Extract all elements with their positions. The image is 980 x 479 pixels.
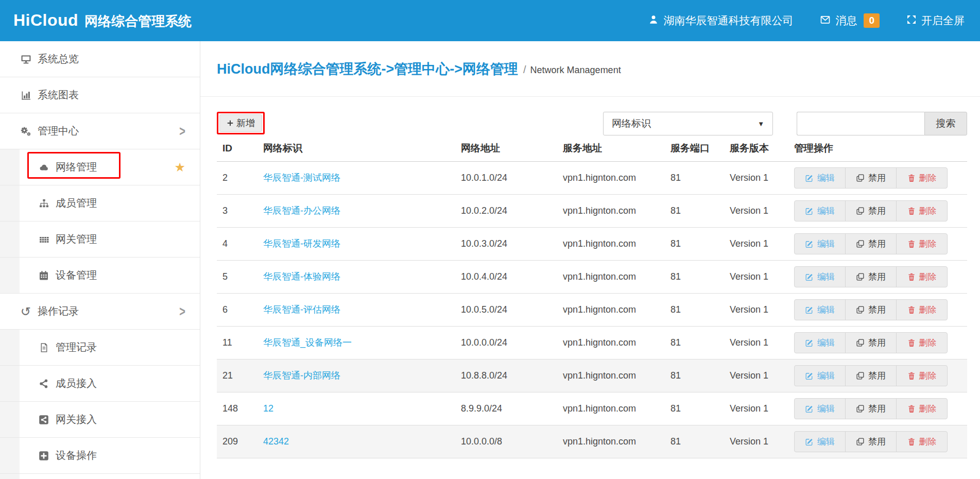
disable-button[interactable]: 禁用: [845, 299, 897, 320]
disable-button[interactable]: 禁用: [845, 398, 897, 419]
disable-button[interactable]: 禁用: [845, 365, 897, 386]
add-button[interactable]: 新增: [219, 114, 262, 132]
cell-network-address: 10.0.5.0/24: [461, 293, 563, 326]
trash-icon: [907, 371, 916, 380]
delete-button[interactable]: 删除: [896, 266, 948, 287]
sidebar-item-member-management[interactable]: 成员管理: [0, 185, 200, 221]
sidebar-item-system-charts[interactable]: 系统图表: [0, 77, 200, 113]
delete-button[interactable]: 删除: [896, 398, 948, 419]
edit-icon: [805, 239, 814, 248]
cell-network-address: 10.0.0.0/24: [461, 326, 563, 359]
cell-service-version: Version 1: [730, 359, 794, 392]
edit-button[interactable]: 编辑: [794, 200, 846, 221]
fullscreen-label: 开启全屏: [921, 13, 965, 28]
disable-button[interactable]: 禁用: [845, 167, 897, 189]
sidebar-item-operation-records[interactable]: ↺ 操作记录 >: [0, 294, 200, 330]
cell-service-address: vpn1.hignton.com: [563, 392, 670, 425]
delete-button[interactable]: 删除: [896, 200, 948, 221]
fullscreen-icon: [906, 14, 917, 27]
col-header-id: ID: [217, 135, 263, 161]
top-header: HiCloud 网络综合管理系统 湖南华辰智通科技有限公司 消息 0 开启全屏: [0, 0, 980, 41]
brand-name: HiCloud: [13, 11, 78, 30]
cell-service-port: 81: [670, 227, 730, 260]
delete-button[interactable]: 删除: [896, 332, 948, 353]
messages-menu[interactable]: 消息 0: [820, 13, 880, 28]
edit-icon: [805, 272, 814, 281]
search-input[interactable]: [797, 112, 924, 135]
network-name-link[interactable]: 华辰智通-评估网络: [263, 304, 340, 315]
cell-service-port: 81: [670, 359, 730, 392]
trash-icon: [907, 338, 916, 347]
delete-button[interactable]: 删除: [896, 233, 948, 254]
caret-down-icon: ▼: [758, 120, 764, 128]
company-menu[interactable]: 湖南华辰智通科技有限公司: [648, 13, 793, 28]
sidebar-item-gateway-management[interactable]: 网关管理: [0, 221, 200, 258]
chevron-right-icon: >: [179, 303, 185, 319]
fullscreen-toggle[interactable]: 开启全屏: [906, 13, 965, 28]
edit-button[interactable]: 编辑: [794, 365, 846, 386]
cell-id: 6: [217, 293, 263, 326]
delete-button[interactable]: 删除: [896, 431, 948, 452]
edit-button[interactable]: 编辑: [794, 167, 846, 189]
disable-button[interactable]: 禁用: [845, 431, 897, 452]
disable-button[interactable]: 禁用: [845, 233, 897, 254]
sidebar-item-system-overview[interactable]: 系统总览: [0, 41, 200, 77]
trash-icon: [907, 272, 916, 281]
sidebar-item-device-management[interactable]: 设备管理: [0, 258, 200, 294]
network-name-link[interactable]: 华辰智通-研发网络: [263, 238, 340, 249]
sidebar-item-gateway-access[interactable]: 网关接入: [0, 402, 200, 438]
network-name-link[interactable]: 华辰智通-体验网络: [263, 271, 340, 282]
delete-button[interactable]: 删除: [896, 299, 948, 320]
breadcrumb: HiCloud网络综合管理系统->管理中心->网络管理 / Network Ma…: [200, 41, 980, 97]
company-name: 湖南华辰智通科技有限公司: [663, 13, 793, 28]
cell-service-port: 81: [670, 392, 730, 425]
search-button[interactable]: 搜索: [924, 112, 967, 135]
breadcrumb-separator: /: [523, 64, 526, 76]
cell-network-address: 10.0.4.0/24: [461, 260, 563, 293]
network-name-link[interactable]: 12: [263, 403, 273, 414]
cell-service-address: vpn1.hignton.com: [563, 359, 670, 392]
disable-button[interactable]: 禁用: [845, 266, 897, 287]
sidebar-item-admin-center[interactable]: 管理中心 >: [0, 113, 200, 149]
network-name-link[interactable]: 华辰智通_设备网络一: [263, 337, 352, 348]
delete-button[interactable]: 删除: [896, 167, 948, 189]
cell-id: 209: [217, 425, 263, 458]
network-name-link[interactable]: 华辰智通-办公网络: [263, 206, 340, 216]
edit-button[interactable]: 编辑: [794, 233, 846, 254]
cell-service-address: vpn1.hignton.com: [563, 194, 670, 227]
col-header-service-addr: 服务地址: [563, 135, 670, 161]
table-row: 5 华辰智通-体验网络 10.0.4.0/24 vpn1.hignton.com…: [217, 260, 967, 293]
edit-button[interactable]: 编辑: [794, 266, 846, 287]
sidebar-item-label: 系统总览: [38, 52, 79, 66]
table-row: 3 华辰智通-办公网络 10.0.2.0/24 vpn1.hignton.com…: [217, 194, 967, 227]
trash-icon: [907, 305, 916, 314]
network-name-link[interactable]: 华辰智通-测试网络: [263, 173, 340, 183]
disable-button[interactable]: 禁用: [845, 200, 897, 221]
sidebar-item-member-access[interactable]: 成员接入: [0, 366, 200, 402]
table-row: 21 华辰智通-内部网络 10.8.8.0/24 vpn1.hignton.co…: [217, 359, 967, 392]
edit-button[interactable]: 编辑: [794, 431, 846, 452]
calendar-icon: [37, 270, 50, 281]
table-row: 148 12 8.9.9.0/24 vpn1.hignton.com 81 Ve…: [217, 392, 967, 425]
sidebar-item-network-management[interactable]: 网络管理 ★: [0, 149, 200, 185]
filter-field-select[interactable]: 网络标识 ▼: [603, 112, 773, 135]
edit-icon: [805, 338, 814, 347]
disable-button[interactable]: 禁用: [845, 332, 897, 353]
edit-button[interactable]: 编辑: [794, 299, 846, 320]
edit-button[interactable]: 编辑: [794, 398, 846, 419]
cell-network-address: 10.0.2.0/24: [461, 194, 563, 227]
edit-button[interactable]: 编辑: [794, 332, 846, 353]
cell-service-version: Version 1: [730, 194, 794, 227]
sidebar-item-device-operations[interactable]: 设备操作: [0, 438, 200, 474]
cell-service-version: Version 1: [730, 326, 794, 359]
sidebar-item-label: 管理中心: [38, 124, 79, 138]
cell-network-address: 10.8.8.0/24: [461, 359, 563, 392]
sidebar-item-label: 网关管理: [56, 232, 97, 246]
cell-service-version: Version 1: [730, 161, 794, 194]
delete-button[interactable]: 删除: [896, 365, 948, 386]
edit-icon: [805, 207, 814, 215]
network-name-link[interactable]: 42342: [263, 436, 289, 447]
sidebar-item-admin-records[interactable]: 管理记录: [0, 330, 200, 366]
network-name-link[interactable]: 华辰智通-内部网络: [263, 370, 340, 381]
favorite-star-icon[interactable]: ★: [174, 160, 185, 175]
